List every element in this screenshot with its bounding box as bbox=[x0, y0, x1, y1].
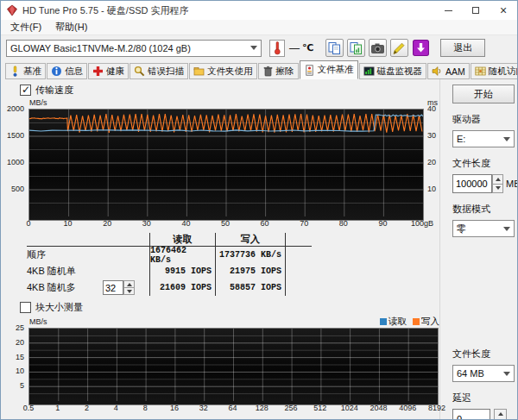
start-button[interactable]: 开始 bbox=[452, 85, 515, 103]
edit-button[interactable] bbox=[390, 39, 408, 57]
file-length-label: 文件长度 bbox=[452, 157, 517, 170]
error-scan-icon bbox=[134, 66, 145, 77]
x-axis-tick-label: 80 bbox=[339, 219, 348, 228]
menu-file[interactable]: 文件(F) bbox=[4, 20, 47, 34]
tab-info[interactable]: 信息 bbox=[47, 63, 87, 79]
row-label: 4KB 随机单 bbox=[27, 265, 103, 278]
tab-file-benchmark[interactable]: 文件基准 bbox=[300, 60, 358, 79]
y-axis-tick-label: 15 bbox=[1, 353, 24, 361]
queue-depth-decrement-button[interactable] bbox=[123, 288, 135, 295]
exit-button[interactable]: 退出 bbox=[440, 39, 485, 57]
thermometer-icon bbox=[272, 41, 283, 55]
drive-select[interactable]: E: bbox=[452, 130, 515, 147]
y-axis-tick-label: 10 bbox=[1, 367, 24, 375]
row-label: 顺序 bbox=[27, 248, 103, 261]
sequential-write-value: 1737736 KB/s bbox=[215, 247, 286, 263]
table-row-4kb-random-single: 4KB 随机单 9915 IOPS 21975 IOPS bbox=[27, 263, 312, 279]
random-multi-write-value: 58857 IOPS bbox=[215, 279, 286, 296]
menubar: 文件(F) 帮助(H) bbox=[1, 20, 517, 35]
menu-help[interactable]: 帮助(H) bbox=[49, 20, 93, 34]
queue-depth-spinner bbox=[103, 280, 135, 295]
tab-disk-monitor[interactable]: 磁盘监视器 bbox=[359, 63, 427, 79]
data-mode-label: 数据模式 bbox=[452, 203, 517, 216]
download-button[interactable] bbox=[412, 39, 430, 57]
app-logo-icon bbox=[6, 4, 18, 16]
file-length-input[interactable] bbox=[452, 174, 492, 193]
block-size-chart: MB/s5101520250.5124816326412825651210242… bbox=[1, 316, 439, 412]
x-axis-tick-label: 100gB bbox=[411, 219, 433, 228]
x-axis-tick-label: 90 bbox=[378, 219, 387, 228]
file-length-decrement-button[interactable] bbox=[492, 185, 503, 194]
random-multi-read-value: 21609 IOPS bbox=[149, 279, 215, 296]
x-axis-tick-label: 0.5 bbox=[23, 404, 35, 412]
content: 传输速度 MB/sms50010001500200010203040010203… bbox=[1, 79, 517, 419]
queue-depth-increment-button[interactable] bbox=[123, 280, 135, 288]
x-axis-tick-label: 128 bbox=[256, 404, 268, 412]
x-axis-tick-label: 64 bbox=[228, 404, 237, 412]
file-length-increment-button[interactable] bbox=[492, 174, 503, 185]
transfer-chart-canvas bbox=[29, 110, 423, 216]
tab-folder-usage[interactable]: 文件夹使用 bbox=[189, 63, 257, 79]
y-axis-tick-label: 5 bbox=[1, 381, 24, 390]
y-axis-tick-label: 1500 bbox=[1, 131, 24, 140]
tab-erase[interactable]: 擦除 bbox=[258, 63, 299, 79]
chevron-down-icon bbox=[503, 372, 510, 376]
y-axis-tick-label: 20 bbox=[1, 338, 24, 347]
sidebar: 开始 驱动器 E: 文件长度 MB 数据模式 零 bbox=[439, 79, 517, 419]
delay-input[interactable] bbox=[452, 409, 490, 419]
block-file-length-value: 64 MB bbox=[457, 368, 503, 379]
legend-item: 写入 bbox=[413, 316, 439, 328]
x-axis-tick-label: 16 bbox=[170, 404, 179, 412]
random-single-read-value: 9915 IOPS bbox=[149, 263, 215, 279]
chart-legend: 读取写入 bbox=[380, 316, 439, 328]
delay-increment-button[interactable] bbox=[494, 409, 507, 419]
temperature-value: — bbox=[289, 42, 300, 54]
tab-error-scan[interactable]: 错误扫描 bbox=[130, 63, 188, 79]
data-mode-select[interactable]: 零 bbox=[452, 220, 515, 237]
block-chart-canvas bbox=[29, 329, 438, 401]
random-single-write-value: 21975 IOPS bbox=[215, 263, 286, 279]
x-axis-tick-label: 20 bbox=[103, 219, 111, 228]
copy-image-button[interactable] bbox=[347, 39, 365, 57]
camera-icon bbox=[370, 41, 385, 55]
queue-depth-input[interactable] bbox=[103, 280, 123, 295]
legend-label: 读取 bbox=[388, 316, 407, 328]
folder-usage-icon bbox=[193, 66, 205, 77]
maximize-button[interactable] bbox=[462, 1, 490, 20]
tab-random-access[interactable]: 随机访问 bbox=[471, 63, 517, 79]
close-button[interactable]: × bbox=[490, 1, 517, 20]
block-size-label: 块大小测量 bbox=[35, 301, 83, 314]
x-axis-tick-label: 4096 bbox=[399, 404, 416, 412]
transfer-speed-checkbox[interactable] bbox=[20, 85, 31, 96]
temperature-unit: ℃ bbox=[302, 42, 313, 53]
transfer-speed-chart: MB/sms5001000150020001020304001020304050… bbox=[1, 98, 439, 228]
x-axis-tick-label: 50 bbox=[221, 219, 230, 228]
drive-combobox[interactable]: GLOWAY Basic1TNVMe-M.2/80 (1024 gB) bbox=[6, 40, 262, 57]
transfer-speed-toggle: 传输速度 bbox=[20, 83, 439, 97]
y-axis-tick-label-right: 30 bbox=[427, 131, 436, 140]
x-axis-tick-label: 30 bbox=[142, 219, 151, 228]
tabbar: 基准 信息 健康 错误扫描 文件夹使用 bbox=[1, 60, 517, 79]
delay-label: 延迟 bbox=[452, 392, 517, 404]
pen-icon bbox=[392, 41, 407, 55]
y-axis-tick-label: 1000 bbox=[1, 158, 24, 166]
window-title: HD Tune Pro 5.75 - 硬盘/SSD 实用程序 bbox=[22, 4, 430, 17]
tab-aam[interactable]: AAM bbox=[427, 63, 470, 79]
block-size-checkbox[interactable] bbox=[20, 302, 31, 313]
minimize-button[interactable] bbox=[434, 1, 462, 20]
copy-text-button[interactable] bbox=[325, 39, 344, 57]
close-icon: × bbox=[500, 4, 507, 16]
block-file-length-select[interactable]: 64 MB bbox=[452, 365, 515, 382]
x-axis-tick-label: 10 bbox=[64, 219, 73, 228]
file-length-control: MB bbox=[452, 174, 517, 193]
tab-health[interactable]: 健康 bbox=[88, 63, 129, 79]
random-access-icon bbox=[475, 66, 486, 77]
disk-monitor-icon bbox=[363, 66, 375, 77]
screenshot-button[interactable] bbox=[369, 39, 387, 57]
benchmark-icon bbox=[9, 66, 21, 77]
y-axis-tick-label-right: 20 bbox=[427, 158, 436, 166]
tab-benchmark[interactable]: 基准 bbox=[5, 63, 46, 79]
y-axis-tick-label: 25 bbox=[1, 323, 24, 332]
drive-label: 驱动器 bbox=[452, 113, 517, 126]
block-size-toggle: 块大小测量 bbox=[20, 300, 439, 314]
